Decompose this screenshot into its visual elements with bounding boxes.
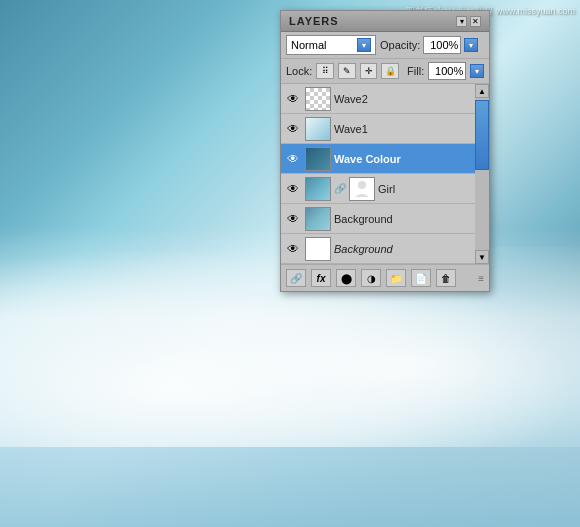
svg-point-0 xyxy=(358,181,366,189)
layer-visibility-icon[interactable]: 👁 xyxy=(284,240,302,258)
layer-item[interactable]: 👁 🔗 Girl xyxy=(281,174,489,204)
layer-name: Girl xyxy=(378,183,486,195)
layer-thumbnail xyxy=(305,147,331,171)
layers-content: 👁 Wave2 👁 Wave1 👁 Wave Colour 👁 🔗 xyxy=(281,84,489,264)
blend-mode-arrow[interactable]: ▾ xyxy=(357,38,371,52)
layer-thumbnail xyxy=(305,207,331,231)
adjustment-icon[interactable]: ◑ xyxy=(361,269,381,287)
lock-fill-row: Lock: ⠿ ✎ ✛ 🔒 Fill: ▾ xyxy=(281,59,489,84)
opacity-arrow[interactable]: ▾ xyxy=(464,38,478,52)
layer-visibility-icon[interactable]: 👁 xyxy=(284,120,302,138)
delete-icon[interactable]: 🗑 xyxy=(436,269,456,287)
link-icon[interactable]: 🔗 xyxy=(286,269,306,287)
layer-thumbnail xyxy=(305,117,331,141)
layer-chain-icon: 🔗 xyxy=(334,183,346,194)
scroll-up-btn[interactable]: ▲ xyxy=(475,84,489,98)
panel-footer: 🔗 fx ⬤ ◑ 📁 📄 🗑 ≡ xyxy=(281,264,489,291)
panel-close-btn[interactable]: ✕ xyxy=(470,16,481,27)
layer-item[interactable]: 👁 Wave2 xyxy=(281,84,489,114)
fill-arrow[interactable]: ▾ xyxy=(470,64,484,78)
panel-titlebar: LAYERS ▾ ✕ xyxy=(281,11,489,32)
layers-panel: LAYERS ▾ ✕ Normal ▾ Opacity: ▾ Lock: ⠿ ✎… xyxy=(280,10,490,292)
mask-icon[interactable]: ⬤ xyxy=(336,269,356,287)
panel-menu-icon[interactable]: ≡ xyxy=(461,273,484,284)
blend-opacity-row: Normal ▾ Opacity: ▾ xyxy=(281,32,489,59)
lock-move-icon[interactable]: ✛ xyxy=(360,63,378,79)
layer-name: Background xyxy=(334,243,471,255)
layer-visibility-icon[interactable]: 👁 xyxy=(284,150,302,168)
layer-item-locked[interactable]: 👁 Background 🔒 xyxy=(281,234,489,264)
layer-visibility-icon[interactable]: 👁 xyxy=(284,180,302,198)
opacity-input[interactable] xyxy=(423,36,461,54)
layer-visibility-icon[interactable]: 👁 xyxy=(284,90,302,108)
scroll-thumb[interactable] xyxy=(475,100,489,170)
layer-visibility-icon[interactable]: 👁 xyxy=(284,210,302,228)
layer-thumbnail xyxy=(305,87,331,111)
layer-item-selected[interactable]: 👁 Wave Colour xyxy=(281,144,489,174)
opacity-label: Opacity: xyxy=(380,39,420,51)
layers-rows: 👁 Wave2 👁 Wave1 👁 Wave Colour 👁 🔗 xyxy=(281,84,489,264)
group-icon[interactable]: 📁 xyxy=(386,269,406,287)
lock-label: Lock: xyxy=(286,65,312,77)
layer-thumbnail-left xyxy=(305,177,331,201)
fill-label: Fill: xyxy=(407,65,424,77)
panel-controls: ▾ ✕ xyxy=(456,16,481,27)
blend-mode-select[interactable]: Normal ▾ xyxy=(286,35,376,55)
lock-all-icon[interactable]: 🔒 xyxy=(381,63,399,79)
panel-collapse-btn[interactable]: ▾ xyxy=(456,16,467,27)
layer-name: Wave1 xyxy=(334,123,486,135)
layer-thumbnail-mask xyxy=(349,177,375,201)
lock-brush-icon[interactable]: ✎ xyxy=(338,63,356,79)
fx-icon[interactable]: fx xyxy=(311,269,331,287)
opacity-row: Opacity: ▾ xyxy=(380,36,478,54)
panel-title: LAYERS xyxy=(289,15,339,27)
scroll-down-btn[interactable]: ▼ xyxy=(475,250,489,264)
layer-name: Background xyxy=(334,213,486,225)
scrollbar-track: ▲ ▼ xyxy=(475,84,489,264)
layer-thumbnail xyxy=(305,237,331,261)
layer-item[interactable]: 👁 Background xyxy=(281,204,489,234)
layer-name: Wave2 xyxy=(334,93,486,105)
layer-name: Wave Colour xyxy=(334,153,486,165)
new-layer-icon[interactable]: 📄 xyxy=(411,269,431,287)
lock-dots-icon[interactable]: ⠿ xyxy=(316,63,334,79)
layer-item[interactable]: 👁 Wave1 xyxy=(281,114,489,144)
fill-input[interactable] xyxy=(428,62,466,80)
